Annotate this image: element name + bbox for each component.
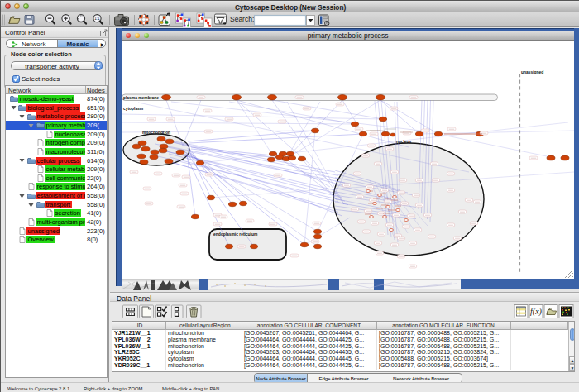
svg-text:endoplasmic reticulum: endoplasmic reticulum: [213, 232, 258, 237]
svg-text:mitochondrion: mitochondrion: [142, 131, 170, 135]
svg-text:plasma membrane: plasma membrane: [123, 96, 159, 100]
svg-text:1:1: 1:1: [94, 17, 100, 21]
svg-text:cytoplasm: cytoplasm: [123, 107, 144, 111]
svg-text:Search:: Search:: [230, 15, 254, 23]
svg-text:nucleus: nucleus: [396, 140, 412, 144]
svg-text:unassigned: unassigned: [521, 70, 543, 74]
svg-text:f(x): f(x): [530, 307, 543, 317]
